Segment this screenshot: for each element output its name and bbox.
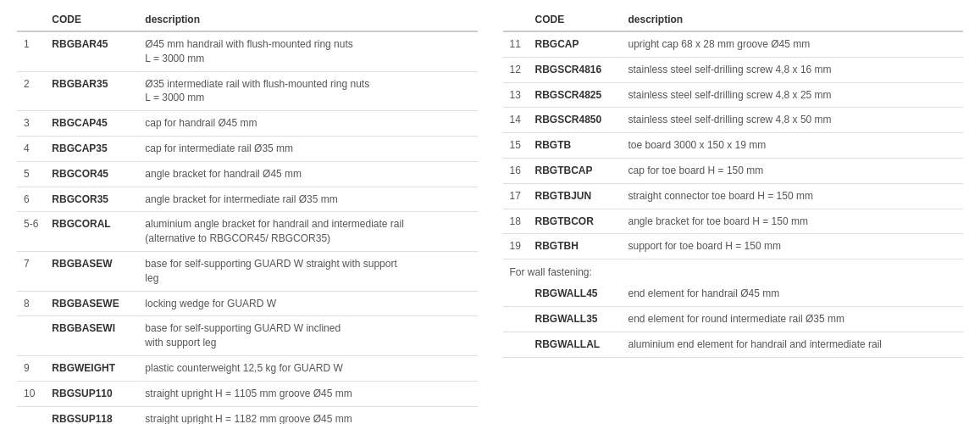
row-code: RBGCOR45 [45,161,138,187]
table-row: RBGSUP118 straight upright H = 1182 mm g… [17,406,478,424]
row-code: RBGSUP110 [45,381,138,406]
row-code: RBGWALL35 [529,306,622,332]
row-code: RBGTBCOR [529,209,622,234]
left-header-code: CODE [45,8,138,31]
right-header-desc: description [622,8,964,31]
row-number: 2 [17,71,45,111]
row-number: 18 [503,209,529,234]
row-number: 16 [503,158,529,183]
row-desc: Ø45 mm handrail with flush-mounted ring … [138,31,477,71]
table-row: 7 RBGBASEW base for self-supporting GUAR… [17,251,478,291]
row-number: 6 [17,187,45,212]
table-row: 10 RBGSUP110 straight upright H = 1105 m… [17,381,478,406]
table-row: 12 RBGSCR4816 stainless steel self-drill… [503,57,964,82]
row-number [17,406,45,424]
left-header-num [17,8,45,31]
row-number: 15 [503,133,529,159]
main-layout: CODE description 1 RBGBAR45 Ø45 mm handr… [17,8,963,424]
row-desc: end element for round intermediate rail … [622,306,964,332]
table-row: 18 RBGTBCOR angle bracket for toe board … [503,209,964,234]
row-number: 19 [503,234,529,259]
row-desc: stainless steel self-drilling screw 4,8 … [622,57,964,82]
row-desc: base for self-supporting GUARD W straigh… [138,251,477,291]
row-desc: base for self-supporting GUARD W incline… [138,316,477,356]
table-row: 15 RBGTB toe board 3000 x 150 x 19 mm [503,133,964,159]
table-row: RBGBASEWI base for self-supporting GUARD… [17,316,478,356]
row-desc: straight upright H = 1105 mm groove Ø45 … [138,381,477,406]
row-number: 5 [17,161,45,187]
table-row: 13 RBGSCR4825 stainless steel self-drill… [503,82,964,108]
right-header-code: CODE [529,8,622,31]
row-number: 13 [503,82,529,108]
row-desc: plastic counterweight 12,5 kg for GUARD … [138,355,477,381]
table-row: 5 RBGCOR45 angle bracket for handrail Ø4… [17,161,478,187]
wall-note: For wall fastening: [503,259,964,282]
row-desc: cap for intermediate rail Ø35 mm [138,136,477,161]
row-code: RBGBAR35 [45,71,138,111]
row-desc: upright cap 68 x 28 mm groove Ø45 mm [622,31,964,57]
row-number: 7 [17,251,45,291]
row-desc: straight upright H = 1182 mm groove Ø45 … [138,406,477,424]
row-desc: angle bracket for handrail Ø45 mm [138,161,477,187]
table-row: 16 RBGTBCAP cap for toe board H = 150 mm [503,158,964,183]
row-desc: aluminium angle bracket for handrail and… [138,212,477,252]
row-number: 9 [17,355,45,381]
row-number: 10 [17,381,45,406]
row-code: RBGBASEWI [45,316,138,356]
table-row: 5-6 RBGCORAL aluminium angle bracket for… [17,212,478,252]
row-code: RBGTBJUN [529,183,622,209]
row-code: RBGWALL45 [529,282,622,306]
row-desc: stainless steel self-drilling screw 4,8 … [622,82,964,108]
table-row: 14 RBGSCR4850 stainless steel self-drill… [503,108,964,133]
right-table: CODE description 11 RBGCAP upright cap 6… [503,8,964,259]
wall-table: RBGWALL45 end element for handrail Ø45 m… [503,282,964,357]
row-number [503,332,529,357]
row-number [17,316,45,356]
row-desc: angle bracket for toe board H = 150 mm [622,209,964,234]
row-desc: locking wedge for GUARD W [138,291,477,316]
row-desc: support for toe board H = 150 mm [622,234,964,259]
table-row: RBGWALL35 end element for round intermed… [503,306,964,332]
row-number: 8 [17,291,45,316]
row-number: 5-6 [17,212,45,252]
row-code: RBGBASEW [45,251,138,291]
table-row: 8 RBGBASEWE locking wedge for GUARD W [17,291,478,316]
table-row: 6 RBGCOR35 angle bracket for intermediat… [17,187,478,212]
table-row: 1 RBGBAR45 Ø45 mm handrail with flush-mo… [17,31,478,71]
row-code: RBGCAP35 [45,136,138,161]
row-number [503,282,529,306]
row-code: RBGSCR4850 [529,108,622,133]
row-code: RBGBAR45 [45,31,138,71]
row-number: 11 [503,31,529,57]
row-number: 4 [17,136,45,161]
row-code: RBGWEIGHT [45,355,138,381]
table-row: 19 RBGTBH support for toe board H = 150 … [503,234,964,259]
table-row: 9 RBGWEIGHT plastic counterweight 12,5 k… [17,355,478,381]
row-code: RBGTBCAP [529,158,622,183]
row-code: RBGTBH [529,234,622,259]
table-row: 2 RBGBAR35 Ø35 intermediate rail with fl… [17,71,478,111]
row-desc: cap for handrail Ø45 mm [138,111,477,137]
table-row: 11 RBGCAP upright cap 68 x 28 mm groove … [503,31,964,57]
row-code: RBGTB [529,133,622,159]
row-desc: angle bracket for intermediate rail Ø35 … [138,187,477,212]
left-header-desc: description [138,8,477,31]
row-code: RBGCAP45 [45,111,138,137]
row-code: RBGSCR4816 [529,57,622,82]
table-row: RBGWALLAL aluminium end element for hand… [503,332,964,357]
row-desc: stainless steel self-drilling screw 4,8 … [622,108,964,133]
row-number: 17 [503,183,529,209]
row-desc: cap for toe board H = 150 mm [622,158,964,183]
left-table: CODE description 1 RBGBAR45 Ø45 mm handr… [17,8,478,424]
table-row: 17 RBGTBJUN straight connector toe board… [503,183,964,209]
row-desc: straight connector toe board H = 150 mm [622,183,964,209]
row-number: 12 [503,57,529,82]
table-row: RBGWALL45 end element for handrail Ø45 m… [503,282,964,306]
row-code: RBGWALLAL [529,332,622,357]
row-code: RBGCOR35 [45,187,138,212]
row-desc: toe board 3000 x 150 x 19 mm [622,133,964,159]
row-number: 1 [17,31,45,71]
left-table-section: CODE description 1 RBGBAR45 Ø45 mm handr… [17,8,478,424]
row-code: RBGSUP118 [45,406,138,424]
row-desc: aluminium end element for handrail and i… [622,332,964,357]
